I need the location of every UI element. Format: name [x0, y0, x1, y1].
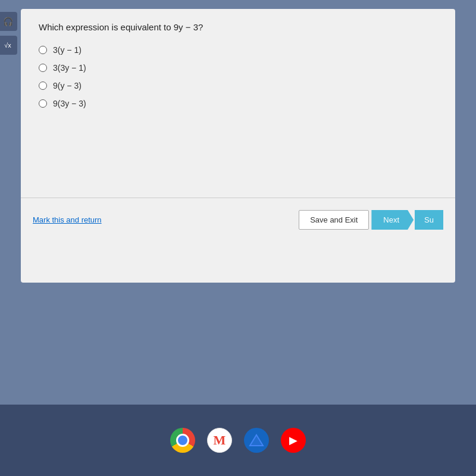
option-d-label: 9(3y − 3) — [53, 99, 86, 108]
option-d[interactable]: 9(3y − 3) — [39, 99, 437, 108]
option-c[interactable]: 9(y − 3) — [39, 81, 437, 90]
screen-area: 🎧 √x Which expression is equivalent to 9… — [0, 0, 476, 405]
option-a-label: 3(y − 1) — [53, 45, 82, 55]
radio-d[interactable] — [39, 99, 47, 108]
options-list: 3(y − 1) 3(3y − 1) 9(y − 3) 9(3y − 3) — [39, 45, 437, 108]
chrome-icon[interactable] — [170, 428, 195, 453]
sidebar: 🎧 √x — [0, 9, 19, 55]
quiz-panel: 🎧 √x Which expression is equivalent to 9… — [21, 9, 455, 283]
calculator-icon[interactable]: √x — [0, 36, 17, 55]
radio-a[interactable] — [39, 46, 47, 54]
next-button[interactable]: Next — [371, 210, 414, 230]
spacer — [21, 126, 455, 198]
question-text: Which expression is equivalent to 9y − 3… — [39, 21, 437, 33]
option-b[interactable]: 3(3y − 1) — [39, 63, 437, 73]
gmail-icon[interactable]: M — [207, 428, 232, 453]
option-a[interactable]: 3(y − 1) — [39, 45, 437, 55]
youtube-icon[interactable]: ▶ — [281, 428, 306, 453]
submit-button[interactable]: Su — [415, 210, 443, 230]
drive-icon[interactable] — [244, 428, 269, 453]
quiz-content: Which expression is equivalent to 9y − 3… — [21, 9, 455, 108]
option-c-label: 9(y − 3) — [53, 81, 82, 90]
headphones-icon[interactable]: 🎧 — [0, 12, 17, 31]
mark-return-link[interactable]: Mark this and return — [33, 215, 102, 224]
save-exit-button[interactable]: Save and Exit — [299, 210, 369, 230]
taskbar: M ▶ — [0, 405, 476, 476]
action-buttons: Save and Exit Next Su — [299, 210, 443, 230]
svg-marker-1 — [250, 435, 263, 446]
divider — [21, 198, 455, 198]
bottom-bar: Mark this and return Save and Exit Next … — [21, 204, 455, 239]
option-b-label: 3(3y − 1) — [53, 63, 86, 73]
radio-b[interactable] — [39, 64, 47, 72]
question-expression: 9y − 3 — [174, 22, 198, 32]
radio-c[interactable] — [39, 82, 47, 90]
